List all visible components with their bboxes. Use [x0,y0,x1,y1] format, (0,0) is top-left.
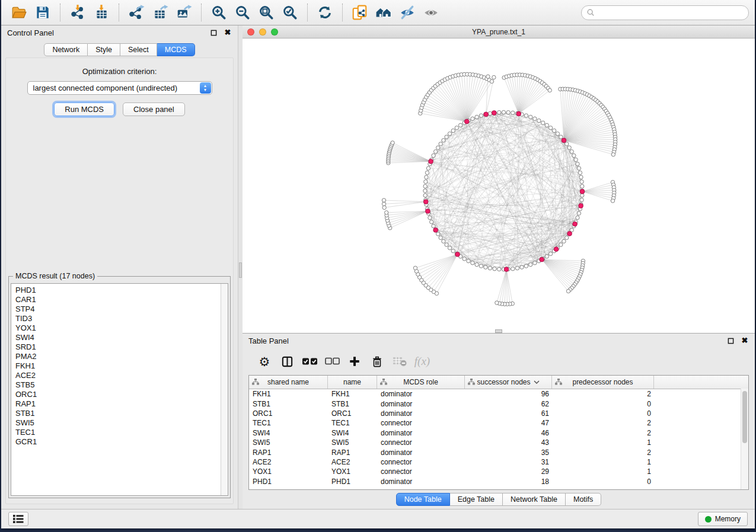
float-window-icon[interactable] [726,336,735,345]
table-row[interactable]: TEC1TEC1connector472 [249,418,748,428]
mcds-result-item[interactable]: TEC1 [15,428,228,437]
zoom-in-icon [210,4,227,21]
close-panel-button[interactable]: Close panel [123,102,185,116]
memory-button[interactable]: Memory [698,512,748,526]
minimize-traffic-light-icon[interactable] [259,28,266,36]
deselect-all-button[interactable] [321,351,343,371]
mcds-result-item[interactable]: SWI4 [15,333,228,342]
table-cell: 96 [465,390,552,398]
tab-network[interactable]: Network [44,43,88,56]
mcds-result-item[interactable]: STP4 [15,305,228,314]
mcds-result-item[interactable]: GCR1 [15,437,228,447]
hide-selected-button[interactable] [397,2,418,23]
run-mcds-button[interactable]: Run MCDS [54,102,114,116]
table-row[interactable]: SWI4SWI4dominator462 [249,428,748,438]
zoom-fit-icon [258,4,275,21]
mcds-list-scrollbar[interactable] [221,284,228,495]
node-table: shared namename MCDS role successor node… [248,375,749,490]
delete-table-button [388,351,411,371]
function-builder-button: f(x) [411,351,433,371]
mcds-result-item[interactable]: ORC1 [15,390,228,399]
close-panel-icon[interactable]: ✖ [224,28,232,37]
table-row[interactable]: RAP1RAP1dominator352 [249,447,748,457]
vertical-splitter[interactable] [238,25,243,509]
tab-style[interactable]: Style [88,43,120,56]
zoom-in-button[interactable] [208,2,229,23]
mcds-result-item[interactable]: SWI5 [15,418,228,428]
mcds-result-item[interactable]: TID3 [15,314,228,323]
table-row[interactable]: FKH1FKH1dominator962 [249,389,748,399]
column-header-predecessor-nodes[interactable]: predecessor nodes [552,376,654,389]
table-tab-edge-table[interactable]: Edge Table [450,493,503,506]
table-row[interactable]: STB1STB1dominator620 [249,399,748,408]
zoom-traffic-light-icon[interactable] [271,28,278,36]
mcds-result-item[interactable]: RAP1 [15,399,228,409]
column-header-name[interactable]: name [328,376,377,389]
refresh-button[interactable] [314,2,336,23]
table-tab-motifs[interactable]: Motifs [566,493,601,506]
mcds-result-item[interactable]: SRD1 [15,342,228,352]
column-header-successor-nodes[interactable]: successor nodes [465,376,552,389]
zoom-out-button[interactable] [232,2,253,23]
column-header-MCDS-role[interactable]: MCDS role [377,376,465,389]
copy-network-button[interactable] [349,2,371,23]
settings-button[interactable]: ⚙ [253,351,276,371]
table-tab-node-table[interactable]: Node Table [396,493,450,506]
show-all-button[interactable] [420,2,442,23]
export-table-button[interactable] [149,2,171,23]
task-monitor-button[interactable] [8,512,28,526]
mcds-result-list[interactable]: PHD1CAR1STP4TID3YOX1SWI4SRD1PMA2FKH1ACE2… [11,283,228,496]
import-table-button[interactable] [91,2,112,23]
mcds-result-item[interactable]: PMA2 [15,352,228,361]
table-scrollbar-thumb[interactable] [742,391,747,443]
first-neighbors-button[interactable] [373,2,394,23]
table-row[interactable]: PHD1PHD1dominator180 [249,477,748,486]
search-box[interactable] [581,5,749,20]
mcds-result-item[interactable]: STB5 [15,380,228,390]
close-panel-icon[interactable]: ✖ [741,336,749,345]
tab-select[interactable]: Select [120,43,157,56]
splitter-grip[interactable] [239,262,242,278]
function-builder-icon: f(x) [414,355,430,368]
table-scrollbar[interactable] [741,389,748,489]
column-header-shared-name[interactable]: shared name [249,376,328,389]
mcds-result-item[interactable]: PHD1 [15,286,228,295]
zoom-selected-button[interactable] [279,2,301,23]
mcds-result-item[interactable]: FKH1 [15,361,228,371]
mcds-result-item[interactable]: CAR1 [15,295,228,305]
add-column-button[interactable] [343,351,366,371]
table-cell: 61 [465,409,552,418]
open-file-icon [11,4,27,21]
network-canvas[interactable] [243,39,755,333]
delete-columns-icon [371,355,383,368]
table-tab-network-table[interactable]: Network Table [503,493,566,506]
save-session-button[interactable] [32,2,53,23]
export-network-button[interactable] [126,2,147,23]
table-row[interactable]: SWI5SWI5connector431 [249,438,748,447]
export-image-button[interactable] [173,2,194,23]
table-row[interactable]: YOX1YOX1connector291 [249,467,748,476]
open-file-button[interactable] [8,2,30,23]
mcds-result-item[interactable]: YOX1 [15,323,228,333]
zoom-fit-button[interactable] [256,2,277,23]
network-graph[interactable] [243,39,755,332]
search-icon [586,8,595,17]
table-cell: 1 [552,467,654,476]
delete-columns-button[interactable] [366,351,388,371]
tab-mcds[interactable]: MCDS [157,43,195,56]
search-input[interactable] [598,8,744,17]
network-window: YPA_prune.txt_1 [243,25,755,334]
optimization-select[interactable]: largest connected component (undirected)… [27,81,212,95]
mcds-result-item[interactable]: ACE2 [15,371,228,380]
refresh-icon [317,4,333,21]
add-column-icon [349,355,361,367]
float-window-icon[interactable] [209,28,218,37]
horizontal-splitter-grip[interactable] [495,329,502,333]
mcds-result-item[interactable]: STB1 [15,409,228,418]
import-network-button[interactable] [67,2,88,23]
table-row[interactable]: ORC1ORC1dominator610 [249,409,748,418]
toggle-columns-button[interactable] [276,351,298,371]
table-row[interactable]: ACE2ACE2connector311 [249,457,748,467]
select-all-button[interactable] [298,351,321,371]
close-traffic-light-icon[interactable] [247,28,254,36]
